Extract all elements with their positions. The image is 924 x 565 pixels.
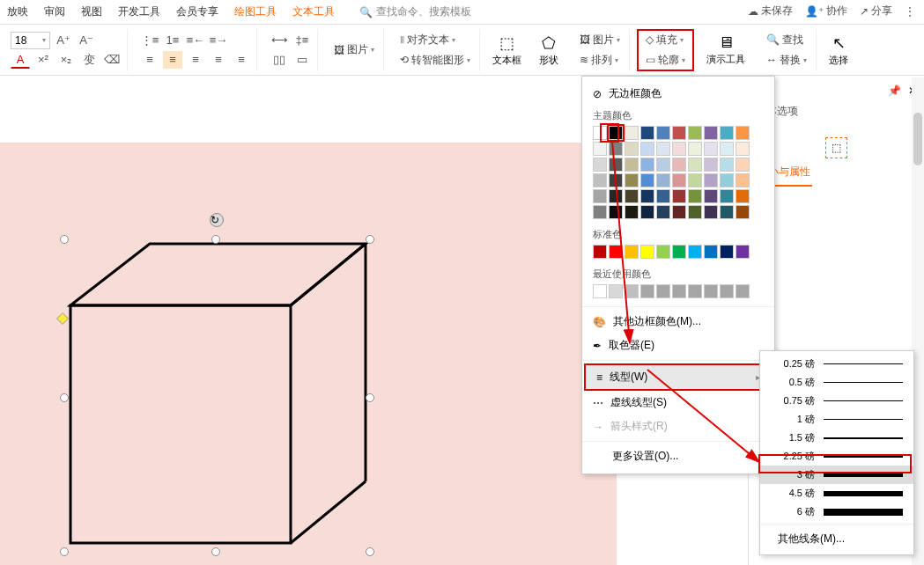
- color-swatch[interactable]: [720, 126, 734, 140]
- font-smaller-icon[interactable]: A⁻: [77, 32, 96, 49]
- indent-dec-icon[interactable]: ≡←: [186, 32, 205, 49]
- sel-handle-ne[interactable]: [366, 235, 374, 244]
- color-swatch[interactable]: [609, 173, 623, 187]
- color-swatch[interactable]: [609, 142, 623, 156]
- color-swatch[interactable]: [736, 142, 750, 156]
- color-swatch[interactable]: [672, 142, 686, 156]
- color-swatch[interactable]: [640, 126, 654, 140]
- rotate-handle[interactable]: ↻: [210, 213, 224, 227]
- color-swatch[interactable]: [720, 205, 734, 219]
- color-swatch[interactable]: [640, 245, 654, 259]
- color-swatch[interactable]: [609, 205, 623, 219]
- color-swatch[interactable]: [625, 284, 639, 298]
- cube-shape[interactable]: [53, 235, 379, 552]
- color-swatch[interactable]: [625, 205, 639, 219]
- fontsize-dropdown[interactable]: 18▾: [11, 32, 50, 49]
- color-swatch[interactable]: [593, 284, 607, 298]
- weight-item[interactable]: 0.25 磅: [760, 355, 913, 373]
- color-swatch[interactable]: [609, 158, 623, 172]
- color-swatch[interactable]: [720, 245, 734, 259]
- color-swatch[interactable]: [656, 245, 670, 259]
- color-swatch[interactable]: [656, 126, 670, 140]
- sel-handle-e[interactable]: [366, 393, 374, 402]
- menu-slideshow[interactable]: 放映: [7, 4, 28, 19]
- color-swatch[interactable]: [736, 189, 750, 203]
- color-swatch[interactable]: [688, 245, 702, 259]
- sel-handle-n[interactable]: [211, 235, 220, 244]
- sel-handle-se[interactable]: [366, 547, 374, 556]
- color-swatch[interactable]: [704, 284, 718, 298]
- color-swatch[interactable]: [704, 205, 718, 219]
- text-flow-icon[interactable]: ▭: [292, 51, 312, 69]
- color-swatch[interactable]: [704, 189, 718, 203]
- smart-shape-button[interactable]: ⟲ 转智能图形 ▾: [396, 51, 474, 70]
- menu-drawtools[interactable]: 绘图工具: [234, 4, 277, 19]
- menu-review[interactable]: 审阅: [44, 4, 65, 19]
- color-swatch[interactable]: [640, 284, 654, 298]
- color-swatch[interactable]: [640, 189, 654, 203]
- color-swatch[interactable]: [656, 189, 670, 203]
- numbering-icon[interactable]: 1≡: [163, 32, 182, 49]
- color-swatch[interactable]: [736, 158, 750, 172]
- align-center-icon[interactable]: ≡: [163, 51, 182, 69]
- color-swatch[interactable]: [688, 284, 702, 298]
- color-swatch[interactable]: [656, 205, 670, 219]
- color-swatch[interactable]: [625, 189, 639, 203]
- color-swatch[interactable]: [688, 189, 702, 203]
- color-swatch[interactable]: [593, 189, 607, 203]
- text-options-tab[interactable]: 文本选项: [756, 104, 917, 119]
- color-swatch[interactable]: [720, 173, 734, 187]
- color-swatch[interactable]: [736, 284, 750, 298]
- menu-view[interactable]: 视图: [81, 4, 102, 19]
- color-swatch[interactable]: [672, 158, 686, 172]
- color-swatch[interactable]: [625, 142, 639, 156]
- font-color-icon[interactable]: A: [11, 51, 30, 69]
- text-direction-icon[interactable]: ⟷: [270, 32, 289, 49]
- share-button[interactable]: ↗ 分享: [860, 4, 892, 18]
- shape-button[interactable]: ⬠形状: [534, 32, 564, 69]
- menu-devtools[interactable]: 开发工具: [118, 4, 160, 19]
- color-swatch[interactable]: [688, 158, 702, 172]
- align-dist-icon[interactable]: ≡: [232, 51, 251, 69]
- more-settings-item[interactable]: 更多设置(O)...: [582, 444, 774, 468]
- pin-icon[interactable]: 📌: [888, 84, 901, 97]
- color-swatch[interactable]: [704, 173, 718, 187]
- fill-button[interactable]: ◇ 填充 ▾: [642, 31, 687, 49]
- sel-handle-s[interactable]: [211, 547, 220, 556]
- line-style-item[interactable]: ≡线型(W)▸: [584, 363, 772, 391]
- sel-handle-w[interactable]: [60, 393, 69, 402]
- sel-handle-sw[interactable]: [60, 547, 69, 556]
- presentation-button[interactable]: 🖥演示工具: [701, 32, 750, 68]
- collab-button[interactable]: 👤⁺ 协作: [805, 4, 847, 18]
- replace-button[interactable]: ↔ 替换 ▾: [763, 51, 810, 70]
- color-swatch[interactable]: [625, 173, 639, 187]
- align-left-icon[interactable]: ≡: [140, 51, 159, 69]
- color-swatch[interactable]: [736, 126, 750, 140]
- weight-item[interactable]: 3 磅: [760, 466, 913, 484]
- color-swatch[interactable]: [609, 126, 623, 140]
- superscript-icon[interactable]: ×²: [33, 51, 53, 69]
- color-swatch[interactable]: [704, 142, 718, 156]
- color-swatch[interactable]: [656, 158, 670, 172]
- color-swatch[interactable]: [672, 205, 686, 219]
- outline-button[interactable]: ▭ 轮廓 ▾: [642, 51, 689, 70]
- weight-item[interactable]: 1.5 磅: [760, 429, 913, 447]
- color-swatch[interactable]: [688, 126, 702, 140]
- color-swatch[interactable]: [593, 173, 607, 187]
- color-swatch[interactable]: [593, 158, 607, 172]
- color-swatch[interactable]: [640, 142, 654, 156]
- menu-member[interactable]: 会员专享: [176, 4, 218, 19]
- canvas-area[interactable]: ↻: [0, 77, 634, 565]
- color-swatch[interactable]: [640, 173, 654, 187]
- slide-canvas[interactable]: ↻: [0, 143, 617, 565]
- color-swatch[interactable]: [720, 189, 734, 203]
- color-swatch[interactable]: [593, 205, 607, 219]
- color-swatch[interactable]: [704, 158, 718, 172]
- sel-handle-nw[interactable]: [60, 235, 69, 244]
- weight-item[interactable]: 6 磅: [760, 503, 913, 521]
- clear-format-icon[interactable]: ⌫: [102, 51, 122, 69]
- color-swatch[interactable]: [625, 158, 639, 172]
- color-swatch[interactable]: [736, 245, 750, 259]
- color-swatch[interactable]: [736, 205, 750, 219]
- align-text-button[interactable]: ⫴ 对齐文本 ▾: [396, 31, 459, 49]
